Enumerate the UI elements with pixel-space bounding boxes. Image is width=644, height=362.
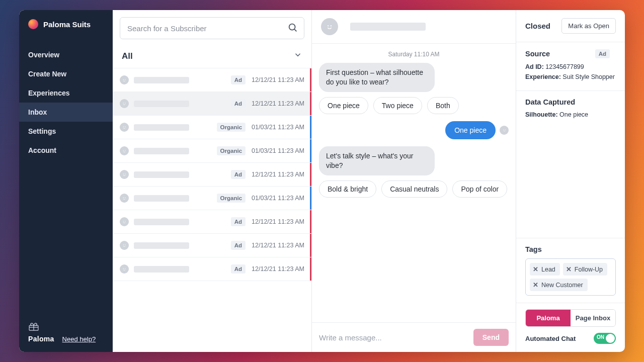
data-captured-heading: Data Captured: [525, 98, 616, 106]
inbox-row[interactable]: Organic01/03/21 11:23 AM: [113, 139, 311, 163]
row-source-badge: Organic: [217, 146, 246, 155]
option-two-piece[interactable]: Two piece: [373, 97, 422, 114]
send-button[interactable]: Send: [473, 329, 509, 346]
row-name-placeholder: [134, 219, 189, 225]
nav-create-new[interactable]: Create New: [19, 64, 113, 83]
remove-tag-icon[interactable]: ✕: [533, 265, 538, 273]
bot-message: First question – what silhouette do you …: [319, 63, 435, 92]
row-avatar-icon: [120, 99, 129, 108]
details-panel: Closed Mark as Open Source Ad Ad ID: 123…: [516, 10, 625, 352]
inbox-row[interactable]: Ad12/12/21 11:23 AM: [113, 234, 311, 257]
day-separator: Saturday 11:10 AM: [319, 51, 509, 58]
row-name-placeholder: [134, 77, 189, 83]
row-stripe: [310, 68, 311, 92]
svg-point-21: [328, 25, 329, 26]
sidebar-footer: Paloma Need help?: [19, 316, 113, 352]
option-both[interactable]: Both: [427, 97, 459, 114]
quick-replies: Bold & bright Casual neutrals Pop of col…: [319, 180, 509, 198]
inbox-row[interactable]: Ad12/12/21 11:23 AM: [113, 92, 311, 116]
automated-chat-toggle[interactable]: ON: [594, 333, 616, 344]
row-stripe: [310, 139, 311, 162]
svg-point-12: [123, 197, 124, 198]
seg-paloma[interactable]: Paloma: [526, 310, 571, 326]
tag-follow-up: ✕Follow-Up: [563, 263, 607, 276]
row-avatar-icon: [120, 170, 129, 179]
row-timestamp: 12/12/21 11:23 AM: [252, 76, 304, 83]
inbox-row[interactable]: Ad12/12/21 11:23 AM: [113, 163, 311, 187]
row-timestamp: 12/12/21 11:23 AM: [252, 242, 304, 249]
option-bold-bright[interactable]: Bold & bright: [319, 180, 376, 198]
svg-point-11: [125, 173, 125, 174]
nav-account[interactable]: Account: [19, 141, 113, 160]
row-source-badge: Ad: [231, 217, 246, 226]
inbox-row[interactable]: Ad12/12/21 11:23 AM: [113, 257, 311, 281]
seg-page-inbox[interactable]: Page Inbox: [571, 310, 615, 326]
help-link[interactable]: Need help?: [62, 335, 96, 343]
tag-new-customer: ✕New Customer: [530, 279, 588, 291]
row-source-badge: Ad: [231, 75, 246, 84]
svg-point-8: [123, 150, 124, 150]
svg-point-24: [505, 129, 505, 130]
svg-point-17: [125, 244, 125, 245]
row-timestamp: 12/12/21 11:23 AM: [252, 171, 304, 178]
silhouette-value: One piece: [559, 111, 588, 118]
search-input[interactable]: [120, 17, 304, 39]
row-timestamp: 12/12/21 11:23 AM: [252, 265, 304, 273]
svg-point-16: [123, 244, 124, 245]
compose-bar: Send: [312, 322, 516, 352]
row-name-placeholder: [134, 266, 189, 273]
inbox-row[interactable]: Organic01/03/21 11:23 AM: [113, 187, 311, 210]
nav-inbox[interactable]: Inbox: [19, 103, 113, 122]
row-name-placeholder: [134, 101, 189, 107]
inbox-row[interactable]: Ad12/12/21 11:23 AM: [113, 68, 311, 92]
row-avatar-icon: [120, 217, 129, 226]
row-name-placeholder: [134, 242, 189, 249]
row-name-placeholder: [134, 195, 189, 202]
svg-point-9: [125, 150, 125, 150]
row-source-badge: Ad: [231, 170, 246, 179]
svg-point-2: [123, 79, 124, 79]
inbox-segment: Paloma Page Inbox: [525, 309, 616, 327]
user-message: One piece: [445, 121, 496, 139]
nav-overview[interactable]: Overview: [19, 45, 113, 64]
svg-point-20: [326, 23, 334, 31]
sidebar: Paloma Suits Overview Create New Experie…: [19, 10, 113, 352]
row-avatar-icon: [120, 241, 129, 250]
automated-chat-label: Automated Chat: [525, 335, 576, 342]
row-source-badge: Organic: [217, 194, 246, 203]
row-avatar-icon: [120, 194, 129, 203]
svg-point-4: [123, 103, 124, 103]
conversation: Saturday 11:10 AM First question – what …: [312, 10, 516, 352]
inbox-row[interactable]: Organic01/03/21 11:23 AM: [113, 116, 311, 139]
svg-point-6: [123, 126, 124, 127]
row-avatar-icon: [120, 264, 129, 274]
row-name-placeholder: [134, 148, 189, 154]
source-heading: Source: [525, 50, 550, 58]
gift-icon: [28, 323, 104, 333]
remove-tag-icon[interactable]: ✕: [533, 281, 538, 289]
app-window: Paloma Suits Overview Create New Experie…: [19, 10, 625, 352]
row-avatar-icon: [120, 146, 129, 155]
nav-experiences[interactable]: Experiences: [19, 83, 113, 103]
toggle-on-label: ON: [597, 334, 604, 340]
mark-open-button[interactable]: Mark as Open: [561, 18, 616, 34]
quick-replies: One piece Two piece Both: [319, 97, 509, 114]
row-stripe: [310, 187, 311, 210]
remove-tag-icon[interactable]: ✕: [566, 265, 572, 273]
nav-settings[interactable]: Settings: [19, 122, 113, 141]
inbox-row[interactable]: Ad12/12/21 11:23 AM: [113, 210, 311, 234]
option-casual-neutrals[interactable]: Casual neutrals: [381, 180, 447, 198]
conversation-body: Saturday 11:10 AM First question – what …: [312, 44, 516, 322]
row-stripe: [310, 92, 311, 115]
option-pop-of-color[interactable]: Pop of color: [452, 180, 507, 198]
svg-point-19: [125, 268, 125, 268]
row-stripe: [310, 257, 311, 281]
row-timestamp: 01/03/21 11:23 AM: [252, 195, 304, 202]
tags-box[interactable]: ✕Lead ✕Follow-Up ✕New Customer: [525, 258, 616, 296]
svg-point-18: [123, 268, 124, 268]
option-one-piece[interactable]: One piece: [319, 97, 368, 114]
row-source-badge: Organic: [217, 123, 246, 132]
row-timestamp: 12/12/21 11:23 AM: [252, 218, 304, 225]
list-filter[interactable]: All: [113, 45, 311, 68]
message-input[interactable]: [319, 333, 468, 342]
